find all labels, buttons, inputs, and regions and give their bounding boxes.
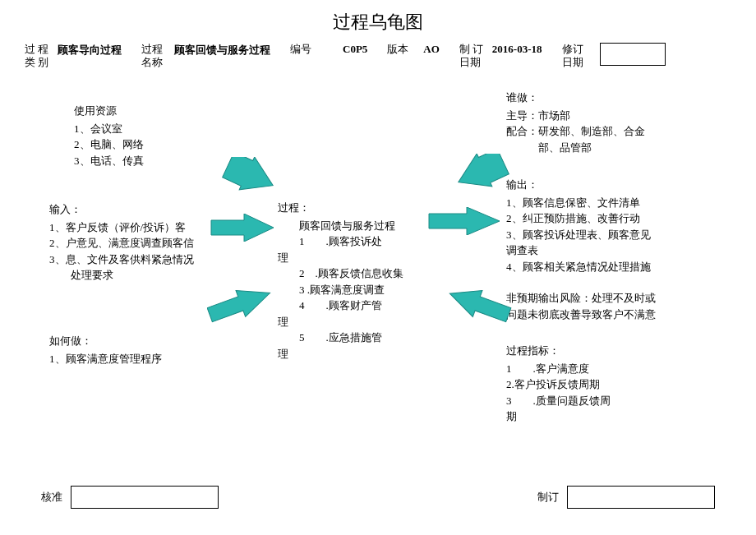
resources-item: 1、会议室 bbox=[74, 121, 144, 137]
svg-marker-1 bbox=[211, 214, 274, 242]
arrow-icon bbox=[210, 214, 275, 242]
input-item: 1、客户反馈（评价/投诉）客 bbox=[49, 219, 194, 236]
svg-marker-5 bbox=[445, 290, 513, 328]
input-block: 输入： 1、客户反馈（评价/投诉）客 2、户意见、满意度调查顾客信 3、息、文件… bbox=[49, 201, 194, 284]
process-item: 理 bbox=[278, 346, 429, 362]
process-item: 理 bbox=[278, 250, 429, 266]
name-label: 过程 名称 bbox=[141, 43, 169, 68]
num-label: 编号 bbox=[290, 43, 315, 56]
name-value: 顾客回馈与服务过程 bbox=[174, 43, 270, 58]
svg-marker-0 bbox=[222, 157, 279, 198]
num-value: C0P5 bbox=[343, 43, 367, 56]
process-item: 1 .顾客投诉处 bbox=[278, 233, 429, 250]
process-name: 顾客回馈与服务过程 bbox=[278, 218, 429, 234]
process-block: 过程： 顾客回馈与服务过程 1 .顾客投诉处 理 2 .顾客反馈信息收集 3 .… bbox=[271, 200, 436, 362]
rev-date-label: 修订 日期 bbox=[562, 43, 590, 68]
input-item: 2、户意见、满意度调查顾客信 bbox=[49, 235, 194, 251]
risk-item: 非预期输出风险：处理不及时或 bbox=[506, 290, 656, 307]
approve-label: 核准 bbox=[41, 490, 62, 505]
indicator-item: 1 .客户满意度 bbox=[506, 361, 611, 377]
who-item: 部、品管部 bbox=[506, 140, 645, 156]
how-heading: 如何做： bbox=[49, 333, 162, 349]
svg-marker-2 bbox=[207, 290, 274, 328]
input-heading: 输入： bbox=[49, 201, 194, 218]
who-heading: 谁做： bbox=[506, 90, 645, 106]
approve-box bbox=[71, 486, 219, 509]
input-item: 3、息、文件及客供料紧急情况 bbox=[49, 251, 194, 268]
output-heading: 输出： bbox=[506, 177, 651, 193]
who-block: 谁做： 主导：市场部 配合：研发部、制造部、合金 部、品管部 bbox=[506, 90, 645, 155]
process-item: 3 .顾客满意度调查 bbox=[278, 282, 429, 298]
make-box bbox=[567, 486, 715, 509]
page-title: 过程乌龟图 bbox=[0, 0, 756, 43]
process-item: 2 .顾客反馈信息收集 bbox=[278, 265, 429, 282]
cat-label: 过 程 类 别 bbox=[25, 43, 53, 68]
output-item: 调查表 bbox=[506, 242, 651, 259]
diagram-content: 使用资源 1、会议室 2、电脑、网络 3、电话、传真 输入： 1、客户反馈（评价… bbox=[0, 78, 756, 505]
who-item: 配合：研发部、制造部、合金 bbox=[506, 123, 645, 140]
risk-block: 非预期输出风险：处理不及时或 问题未彻底改善导致客户不满意 bbox=[506, 290, 656, 322]
cat-value: 顾客导向过程 bbox=[58, 43, 122, 58]
arrow-icon bbox=[207, 290, 276, 331]
arrow-icon bbox=[452, 154, 509, 195]
make-label: 制订 bbox=[537, 490, 559, 505]
indicator-item: 3 .质量问题反馈周 bbox=[506, 393, 611, 409]
resources-item: 2、电脑、网络 bbox=[74, 136, 144, 153]
make-date-value: 2016-03-18 bbox=[492, 43, 542, 56]
output-item: 3、顾客投诉处理表、顾客意见 bbox=[506, 227, 651, 243]
process-heading: 过程： bbox=[278, 200, 429, 216]
indicator-block: 过程指标： 1 .客户满意度 2.客户投诉反馈周期 3 .质量问题反馈周 期 bbox=[506, 343, 611, 425]
header-row: 过 程 类 别 顾客导向过程 过程 名称 顾客回馈与服务过程 编号 C0P5 版… bbox=[0, 43, 756, 78]
process-item: 理 bbox=[278, 314, 429, 330]
ver-label: 版本 bbox=[387, 43, 412, 56]
resources-heading: 使用资源 bbox=[74, 103, 144, 119]
svg-marker-4 bbox=[429, 207, 500, 235]
svg-marker-3 bbox=[452, 154, 509, 195]
output-item: 2、纠正预防措施、改善行动 bbox=[506, 210, 651, 227]
make-date-label: 制 订 日期 bbox=[459, 43, 487, 68]
process-item: 5 .应急措施管 bbox=[278, 330, 429, 346]
indicator-item: 期 bbox=[506, 408, 611, 425]
who-item: 主导：市场部 bbox=[506, 108, 645, 124]
how-item: 1、顾客满意度管理程序 bbox=[49, 351, 162, 367]
indicator-item: 2.客户投诉反馈周期 bbox=[506, 376, 611, 393]
indicator-heading: 过程指标： bbox=[506, 343, 611, 359]
how-block: 如何做： 1、顾客满意度管理程序 bbox=[49, 333, 162, 367]
ver-value: AO bbox=[423, 43, 440, 56]
process-item: 4 .顾客财产管 bbox=[278, 297, 429, 314]
arrow-icon bbox=[222, 157, 279, 198]
output-item: 1、顾客信息保密、文件清单 bbox=[506, 195, 651, 211]
arrow-icon bbox=[427, 207, 501, 235]
resources-item: 3、电话、传真 bbox=[74, 153, 144, 169]
output-item: 4、顾客相关紧急情况处理措施 bbox=[506, 259, 651, 275]
risk-item: 问题未彻底改善导致客户不满意 bbox=[506, 307, 656, 323]
resources-block: 使用资源 1、会议室 2、电脑、网络 3、电话、传真 bbox=[74, 103, 144, 168]
signature-row: 核准 制订 bbox=[0, 486, 756, 509]
arrow-icon bbox=[444, 290, 513, 331]
input-item: 处理要求 bbox=[49, 267, 194, 284]
output-block: 输出： 1、顾客信息保密、文件清单 2、纠正预防措施、改善行动 3、顾客投诉处理… bbox=[506, 177, 651, 274]
rev-date-box bbox=[600, 43, 666, 66]
